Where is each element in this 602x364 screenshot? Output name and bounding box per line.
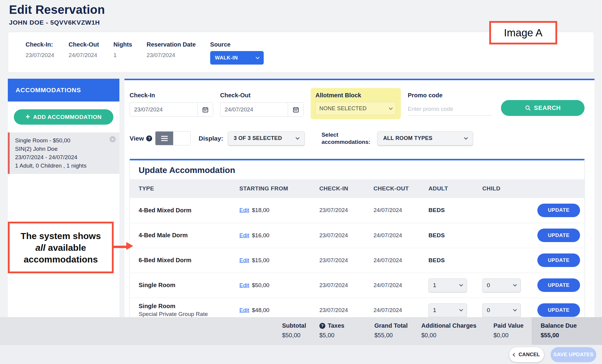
balance-due-value: $55,00 <box>541 332 602 339</box>
checkout-calendar-button[interactable] <box>288 103 303 116</box>
source-label: Source <box>210 41 264 48</box>
row-checkin: 23/07/2024 <box>319 282 373 289</box>
header-child: CHILD <box>482 185 536 192</box>
add-accommodation-button[interactable]: + ADD ACCOMMODATION <box>14 109 113 125</box>
filter-promo: Promo code <box>408 92 492 116</box>
edit-rate-link[interactable]: Edit <box>239 232 249 239</box>
grand-total-item: Grand Total $55,00 <box>374 322 408 339</box>
beds-label: BEDS <box>428 232 445 238</box>
list-view-segment[interactable] <box>155 132 173 145</box>
save-updates-button[interactable]: SAVE UPDATES <box>551 347 596 362</box>
remove-accommodation-icon[interactable]: ✕ <box>109 136 116 142</box>
header-adult: ADULT <box>428 185 482 192</box>
checkin-label: Check-In: <box>26 41 54 48</box>
adult-count-select[interactable]: 1 <box>428 303 467 317</box>
subtotal-label: Subtotal <box>282 322 306 329</box>
help-icon[interactable]: ? <box>146 135 152 141</box>
taxes-help-icon[interactable]: ? <box>319 323 325 329</box>
chevron-down-icon <box>513 283 517 287</box>
child-count-select[interactable]: 0 <box>482 278 521 292</box>
edit-rate-link[interactable]: Edit <box>239 257 249 264</box>
table-row: Single Room Edit $50,00 23/07/2024 24/07… <box>130 273 584 298</box>
display-select[interactable]: 3 OF 3 SELECTED <box>228 131 305 145</box>
rate-price: $15,00 <box>252 257 269 264</box>
cancel-button-label: CANCEL <box>519 352 540 358</box>
annotation-note-line3: accommodations <box>24 253 98 265</box>
room-rate-plan: Special Private Group Rate <box>139 311 239 317</box>
taxes-item: ? Taxes $5,00 <box>319 322 344 339</box>
balance-due-label: Balance Due <box>541 322 602 329</box>
checkin-calendar-button[interactable] <box>197 103 213 116</box>
edit-rate-link[interactable]: Edit <box>239 282 249 289</box>
row-checkout: 24/07/2024 <box>373 232 428 239</box>
calendar-icon <box>293 106 299 113</box>
allotment-block-select[interactable]: NONE SELECTED <box>315 102 396 115</box>
checkout-date-field[interactable] <box>220 106 288 113</box>
search-button-label: SEARCH <box>534 105 561 111</box>
room-types-select[interactable]: ALL ROOM TYPES <box>377 131 473 145</box>
additional-charges-value: $0,00 <box>421 332 476 339</box>
annotation-note-box: The system shows all available accommoda… <box>8 222 114 273</box>
paid-value-item: Paid Value $0,00 <box>493 322 524 339</box>
edit-rate-link[interactable]: Edit <box>239 307 249 314</box>
room-type: Single Room <box>139 303 239 310</box>
accommodation-name-price: Single Room - $50,00 <box>15 136 114 145</box>
reservation-date-label: Reservation Date <box>146 41 195 48</box>
search-button[interactable]: SEARCH <box>501 100 585 116</box>
rate-price: $48,00 <box>252 307 269 314</box>
checkout-date-input[interactable] <box>220 102 304 117</box>
chevron-down-icon <box>256 55 260 59</box>
annotation-note-line2: all available <box>35 242 86 253</box>
grand-total-value: $55,00 <box>374 332 408 339</box>
checkin-date-field[interactable] <box>130 106 197 113</box>
checkout-label: Check-Out <box>69 41 99 48</box>
annotation-arrow <box>113 246 127 248</box>
filter-checkout: Check-Out <box>220 92 304 117</box>
adult-count-select[interactable]: 1 <box>428 278 467 292</box>
taxes-label: Taxes <box>328 322 344 329</box>
header-checkout: CHECK-OUT <box>373 185 428 192</box>
table-row: 6-Bed Mixed Dorm Edit $15,00 23/07/2024 … <box>130 248 584 273</box>
edit-rate-link[interactable]: Edit <box>239 207 249 214</box>
additional-charges-item: Additional Charges $0,00 <box>421 322 476 339</box>
grid-view-segment[interactable] <box>173 132 190 145</box>
source-dropdown[interactable]: WALK-IN <box>210 51 264 65</box>
balance-due-item: Balance Due $55,00 <box>532 317 602 345</box>
row-checkin: 23/07/2024 <box>319 307 373 314</box>
allotment-block-label: Allotment Block <box>315 92 396 99</box>
reservation-guest-code: JOHN DOE - 5QVV6KVZW1H <box>9 19 105 26</box>
sidebar-title: ACCOMMODATIONS <box>8 79 119 102</box>
rate-price: $18,00 <box>252 207 269 214</box>
plus-icon: + <box>26 113 30 120</box>
promo-code-input[interactable] <box>408 102 492 116</box>
rate-price: $50,00 <box>252 282 269 289</box>
accommodations-sidebar: ACCOMMODATIONS + ADD ACCOMMODATION ✕ Sin… <box>8 79 119 317</box>
update-button[interactable]: UPDATE <box>537 303 580 317</box>
update-button[interactable]: UPDATE <box>537 229 580 242</box>
table-header-row: TYPE STARTING FROM CHECK-IN CHECK-OUT AD… <box>130 179 584 198</box>
paid-value-label: Paid Value <box>493 322 524 329</box>
subtotal-value: $50,00 <box>282 332 306 339</box>
view-toggle[interactable] <box>155 131 191 145</box>
checkout-value: 24/07/2024 <box>69 52 99 59</box>
table-row: 4-Bed Mixed Dorm Edit $18,00 23/07/2024 … <box>130 198 584 223</box>
child-count-select[interactable]: 0 <box>482 303 521 317</box>
update-button[interactable]: UPDATE <box>537 253 580 267</box>
selected-accommodation-card: ✕ Single Room - $50,00 SIN(2) John Doe 2… <box>8 132 119 174</box>
annotation-image-text: Image A <box>504 27 542 39</box>
row-checkin: 23/07/2024 <box>319 207 373 214</box>
select-accommodations-label: Select accommodations: <box>321 131 373 146</box>
checkin-date-input[interactable] <box>130 102 213 117</box>
info-field-source: Source WALK-IN <box>210 41 264 65</box>
list-icon <box>161 136 168 141</box>
allotment-block-highlight: Allotment Block NONE SELECTED <box>311 88 401 119</box>
row-checkin: 23/07/2024 <box>319 232 373 239</box>
update-button[interactable]: UPDATE <box>537 204 580 217</box>
subtotal-item: Subtotal $50,00 <box>282 322 306 339</box>
nights-label: Nights <box>113 41 132 48</box>
room-type: 4-Bed Male Dorm <box>139 232 239 239</box>
annotation-note-line1: The system shows <box>21 230 101 242</box>
cancel-button[interactable]: CANCEL <box>509 347 544 362</box>
accommodation-guest: SIN(2) John Doe <box>15 145 114 153</box>
update-button[interactable]: UPDATE <box>537 278 580 292</box>
